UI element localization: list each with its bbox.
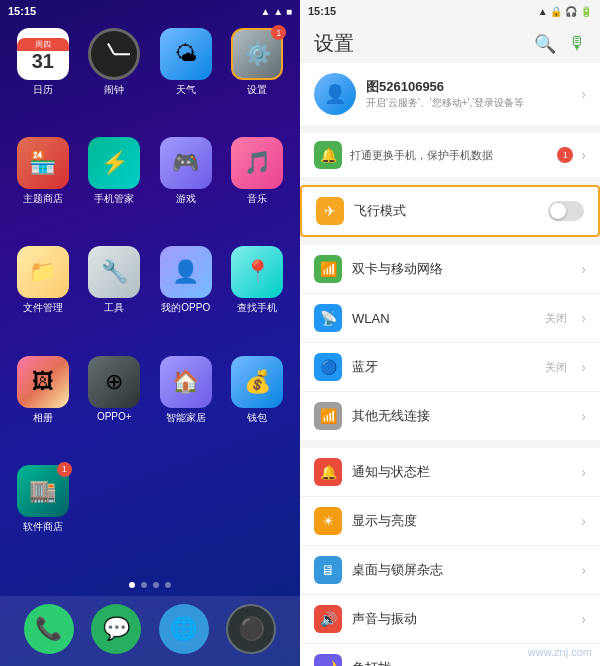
status-bar-right: 15:15 ▲ 🔒 🎧 🔋 xyxy=(300,0,600,22)
clock-label: 闹钟 xyxy=(104,83,124,97)
settings-badge: 1 xyxy=(271,25,286,40)
wlan-icon: 📡 xyxy=(314,304,342,332)
sim-icon: 📶 xyxy=(314,255,342,283)
dot-3 xyxy=(153,582,159,588)
sound-label: 声音与振动 xyxy=(352,610,571,628)
notification-icon: 🔔 xyxy=(314,458,342,486)
file-icon: 📁 xyxy=(17,246,69,298)
display-label: 显示与亮度 xyxy=(352,512,571,530)
sim-row[interactable]: 📶 双卡与移动网络 › xyxy=(300,245,600,294)
sound-chevron: › xyxy=(581,611,586,627)
app-item-game[interactable]: 🎮 游戏 xyxy=(153,137,219,240)
app-item-find[interactable]: 📍 查找手机 xyxy=(225,246,291,349)
sound-row[interactable]: 🔊 声音与振动 › xyxy=(300,595,600,644)
desktop-row[interactable]: 🖥 桌面与锁屏杂志 › xyxy=(300,546,600,595)
notification-label: 通知与状态栏 xyxy=(352,463,571,481)
app-item-calendar[interactable]: 周四 31 日历 xyxy=(10,28,76,131)
wlan-label: WLAN xyxy=(352,311,535,326)
profile-desc: 开启'云服务'、'您移动+','登录设备等 xyxy=(366,96,571,110)
notif-chevron: › xyxy=(581,147,586,163)
find-label: 查找手机 xyxy=(237,301,277,315)
app-item-manager[interactable]: ⚡ 手机管家 xyxy=(82,137,148,240)
desktop-chevron: › xyxy=(581,562,586,578)
app-item-wallet[interactable]: 💰 钱包 xyxy=(225,356,291,459)
time-right: 15:15 xyxy=(308,5,336,17)
mic-icon[interactable]: 🎙 xyxy=(568,33,586,54)
manager-icon: ⚡ xyxy=(88,137,140,189)
status-icons-right: ▲ 🔒 🎧 🔋 xyxy=(538,6,592,17)
avatar: 👤 xyxy=(314,73,356,115)
app-item-music[interactable]: 🎵 音乐 xyxy=(225,137,291,240)
softstore-badge: 1 xyxy=(57,462,72,477)
dot-4 xyxy=(165,582,171,588)
display-icon: ☀ xyxy=(314,507,342,535)
softstore-label: 软件商店 xyxy=(23,520,63,534)
more-network-label: 其他无线连接 xyxy=(352,407,571,425)
clock-icon xyxy=(88,28,140,80)
tool-icon: 🔧 xyxy=(88,246,140,298)
more-network-chevron: › xyxy=(581,408,586,424)
app-item-oppoplus[interactable]: ⊕ OPPO+ xyxy=(82,356,148,459)
cal-date: 31 xyxy=(32,51,54,71)
find-icon: 📍 xyxy=(231,246,283,298)
app-item-file[interactable]: 📁 文件管理 xyxy=(10,246,76,349)
cal-day: 周四 xyxy=(17,38,69,51)
watermark: www.znj.com xyxy=(528,646,592,658)
right-panel: 15:15 ▲ 🔒 🎧 🔋 设置 🔍 🎙 👤 图526106956 开启'云服务… xyxy=(300,0,600,666)
tool-label: 工具 xyxy=(104,301,124,315)
notif-banner[interactable]: 🔔 打通更换手机，保护手机数据 1 › xyxy=(300,133,600,177)
nodisturb-label: 免打扰 xyxy=(352,659,571,666)
game-label: 游戏 xyxy=(176,192,196,206)
profile-card[interactable]: 👤 图526106956 开启'云服务'、'您移动+','登录设备等 › xyxy=(300,63,600,125)
app-item-softstore[interactable]: 🏬 1 软件商店 xyxy=(10,465,76,568)
file-label: 文件管理 xyxy=(23,301,63,315)
app-item-oppo[interactable]: 👤 我的OPPO xyxy=(153,246,219,349)
desktop-label: 桌面与锁屏杂志 xyxy=(352,561,571,579)
display-chevron: › xyxy=(581,513,586,529)
dot-2 xyxy=(141,582,147,588)
dock-browser[interactable]: 🌐 xyxy=(159,604,209,654)
wlan-row[interactable]: 📡 WLAN 关闭 › xyxy=(300,294,600,343)
manager-label: 手机管家 xyxy=(94,192,134,206)
time-left: 15:15 xyxy=(8,5,36,17)
app-item-appstore[interactable]: 🏪 主题商店 xyxy=(10,137,76,240)
music-icon: 🎵 xyxy=(231,137,283,189)
bluetooth-chevron: › xyxy=(581,359,586,375)
notification-chevron: › xyxy=(581,464,586,480)
bluetooth-value: 关闭 xyxy=(545,360,567,375)
app-item-photo[interactable]: 🖼 相册 xyxy=(10,356,76,459)
smarthome-label: 智能家居 xyxy=(166,411,206,425)
bluetooth-row[interactable]: 🔵 蓝牙 关闭 › xyxy=(300,343,600,392)
app-item-clock[interactable]: 闹钟 xyxy=(82,28,148,131)
wallet-icon: 💰 xyxy=(231,356,283,408)
appstore-label: 主题商店 xyxy=(23,192,63,206)
more-network-icon: 📶 xyxy=(314,402,342,430)
more-network-row[interactable]: 📶 其他无线连接 › xyxy=(300,392,600,440)
bluetooth-label: 蓝牙 xyxy=(352,358,535,376)
app-item-smarthome[interactable]: 🏠 智能家居 xyxy=(153,356,219,459)
oppo-icon: 👤 xyxy=(160,246,212,298)
network-section: 📶 双卡与移动网络 › 📡 WLAN 关闭 › 🔵 蓝牙 关闭 › 📶 其他无线… xyxy=(300,245,600,440)
dot-1 xyxy=(129,582,135,588)
photo-label: 相册 xyxy=(33,411,53,425)
header-icons: 🔍 🎙 xyxy=(534,33,586,55)
airplane-row[interactable]: ✈ 飞行模式 xyxy=(300,185,600,237)
settings-header: 设置 🔍 🎙 xyxy=(300,22,600,63)
dock-message[interactable]: 💬 xyxy=(91,604,141,654)
oppoplus-label: OPPO+ xyxy=(97,411,132,422)
notif-text: 打通更换手机，保护手机数据 xyxy=(350,148,549,163)
display-section: 🔔 通知与状态栏 › ☀ 显示与亮度 › 🖥 桌面与锁屏杂志 › 🔊 声音与振动… xyxy=(300,448,600,666)
notification-row[interactable]: 🔔 通知与状态栏 › xyxy=(300,448,600,497)
app-item-weather[interactable]: 🌤 天气 xyxy=(153,28,219,131)
app-item-tool[interactable]: 🔧 工具 xyxy=(82,246,148,349)
airplane-toggle[interactable] xyxy=(548,201,584,221)
appstore-icon: 🏪 xyxy=(17,137,69,189)
calendar-icon: 周四 31 xyxy=(17,28,69,80)
display-row[interactable]: ☀ 显示与亮度 › xyxy=(300,497,600,546)
dock-camera[interactable]: ⚫ xyxy=(226,604,276,654)
profile-info: 图526106956 开启'云服务'、'您移动+','登录设备等 xyxy=(366,78,571,110)
app-item-settings[interactable]: ⚙️ 1 设置 xyxy=(225,28,291,131)
music-label: 音乐 xyxy=(247,192,267,206)
search-icon[interactable]: 🔍 xyxy=(534,33,556,55)
dock-phone[interactable]: 📞 xyxy=(24,604,74,654)
